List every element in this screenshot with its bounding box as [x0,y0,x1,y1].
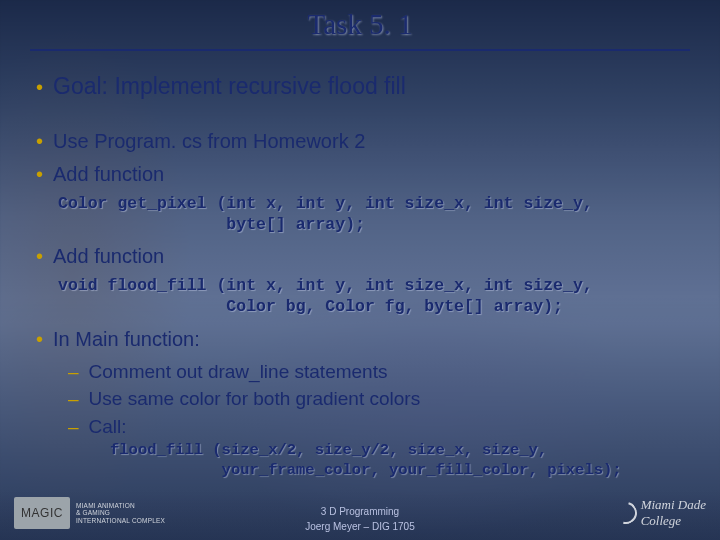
footer-course: 3 D Programming [0,504,720,519]
footer-center-text: 3 D Programming Joerg Meyer – DIG 1705 [0,504,720,534]
bullet-in-main: • In Main function: [36,326,692,353]
slide-container: Task 5. 1 • Goal: Implement recursive fl… [0,0,720,540]
bullet-text: Add function [53,243,692,270]
bullet-use-program: • Use Program. cs from Homework 2 [36,128,692,155]
sub-text: Use same color for both gradient colors [89,386,421,412]
sub-comment-out: – Comment out draw_line statements [68,359,692,385]
footer-author: Joerg Meyer – DIG 1705 [0,519,720,534]
sub-text: Call: [89,414,127,440]
sub-same-color: – Use same color for both gradient color… [68,386,692,412]
dash-icon: – [68,414,79,440]
bullet-add-function-1: • Add function [36,161,692,188]
slide-footer: MAGIC MIAMI ANIMATION & GAMING INTERNATI… [0,490,720,540]
bullet-icon: • [36,326,43,353]
bullet-text: In Main function: [53,326,692,353]
spacer [28,108,692,122]
sub-text: Comment out draw_line statements [89,359,388,385]
bullet-icon: • [36,161,43,188]
bullet-icon: • [36,243,43,270]
code-call-flood-fill: flood_fill (size_x/2, size_y/2, size_x, … [110,441,692,480]
code-get-pixel: Color get_pixel (int x, int y, int size_… [58,194,692,235]
slide-title: Task 5. 1 [30,8,690,51]
bullet-icon: • [36,128,43,155]
bullet-goal: • Goal: Implement recursive flood fill [36,71,692,102]
bullet-text: Add function [53,161,692,188]
bullet-text: Goal: Implement recursive flood fill [53,71,692,102]
slide-content: • Goal: Implement recursive flood fill •… [28,71,692,480]
dash-icon: – [68,386,79,412]
bullet-icon: • [36,74,43,101]
sub-call: – Call: [68,414,692,440]
bullet-add-function-2: • Add function [36,243,692,270]
dash-icon: – [68,359,79,385]
bullet-text: Use Program. cs from Homework 2 [53,128,692,155]
code-flood-fill: void flood_fill (int x, int y, int size_… [58,276,692,317]
